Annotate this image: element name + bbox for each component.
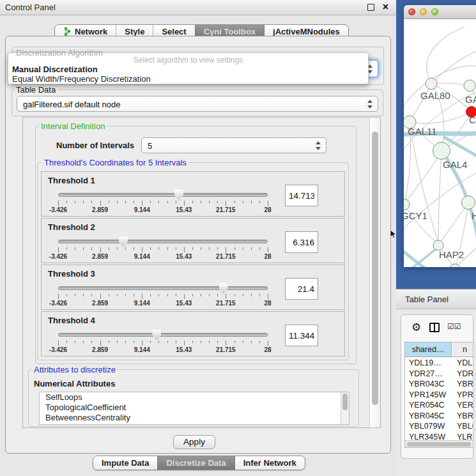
- axis-label: -3.426: [49, 346, 67, 353]
- combo-stepper-icon[interactable]: [316, 141, 321, 150]
- network-canvas[interactable]: GAL80GACGAL11GAL4GCY1HHAP2: [404, 19, 476, 267]
- network-window-titlebar[interactable]: [404, 5, 476, 19]
- threshold-2-slider-handle[interactable]: [119, 236, 128, 247]
- axis-label: 9.144: [134, 253, 150, 260]
- node-label-gcy1: GCY1: [404, 210, 427, 221]
- attribute-item-selfloops[interactable]: SelfLoops: [40, 392, 349, 403]
- table-row[interactable]: YDL19…YDL1: [405, 358, 473, 369]
- cell-shared-name[interactable]: YBR045C: [405, 411, 452, 422]
- threshold-4-slider-handle[interactable]: [152, 330, 161, 341]
- scrollbar-thumb[interactable]: [372, 132, 378, 405]
- table-panel-title: Table Panel: [405, 295, 449, 304]
- table-row[interactable]: YBL079WYBL0: [405, 421, 473, 432]
- interval-definition-title: Interval Definition: [39, 121, 107, 131]
- threshold-1-value-field[interactable]: [285, 185, 318, 206]
- table-row[interactable]: YPR145WYPR1: [405, 390, 473, 401]
- scrollbar-thumb[interactable]: [342, 394, 348, 410]
- axis-label: 9.144: [134, 346, 150, 353]
- column-header-shared-name[interactable]: shared…: [405, 342, 452, 357]
- cell-name[interactable]: YLR3: [452, 432, 473, 441]
- gear-icon[interactable]: ⚙: [411, 321, 421, 334]
- threshold-1-slider-handle[interactable]: [174, 190, 183, 201]
- cell-name[interactable]: YDL1: [452, 358, 473, 369]
- tab-infer-network[interactable]: Infer Network: [234, 456, 305, 470]
- table-row[interactable]: YER054CYER0: [405, 400, 473, 411]
- threshold-1-slider[interactable]: [58, 193, 268, 197]
- slider-ticks: [58, 201, 268, 206]
- minimize-traffic-light-icon[interactable]: [420, 8, 427, 15]
- combo-stepper-icon[interactable]: [367, 100, 373, 109]
- node-ga[interactable]: [464, 80, 475, 91]
- zoom-traffic-light-icon[interactable]: [431, 8, 438, 15]
- algorithm-option-manual-discretization[interactable]: Manual Discretization: [12, 65, 98, 74]
- slider-ticks: [58, 247, 268, 252]
- tab-label: Discretize Data: [166, 456, 226, 470]
- cell-name[interactable]: YDR2: [452, 369, 473, 380]
- attributes-group-title: Attributes to discretize: [32, 365, 118, 374]
- float-window-icon[interactable]: [367, 4, 374, 11]
- axis-label: 2.859: [92, 346, 108, 353]
- split-columns-icon[interactable]: [429, 323, 440, 332]
- axis-label: 28: [264, 253, 271, 260]
- threshold-2-value-field[interactable]: [285, 231, 318, 253]
- numerical-attributes-list[interactable]: SelfLoopsTopologicalCoefficientBetweenne…: [39, 392, 349, 425]
- cell-shared-name[interactable]: YDR27…: [405, 369, 452, 380]
- cell-name[interactable]: YBR0: [452, 379, 473, 390]
- table-row[interactable]: YBR043CYBR0: [405, 379, 473, 390]
- close-traffic-light-icon[interactable]: [408, 8, 415, 15]
- cell-shared-name[interactable]: YBR043C: [405, 379, 452, 390]
- axis-label: -3.426: [49, 300, 67, 307]
- threshold-3-slider-handle[interactable]: [219, 283, 228, 294]
- vertical-scrollbar[interactable]: [369, 118, 380, 427]
- table-row[interactable]: YBR045CYBR0: [405, 411, 473, 422]
- cell-shared-name[interactable]: YBL079W: [405, 421, 452, 432]
- apply-button[interactable]: Apply: [173, 435, 215, 449]
- node-gal4[interactable]: [433, 142, 450, 160]
- threshold-blocks: Threshold 1-3.4262.8599.14415.4321.71528…: [41, 171, 345, 358]
- numerical-attributes-label: Numerical Attributes: [34, 379, 115, 388]
- cell-shared-name[interactable]: YPR145W: [405, 390, 452, 401]
- axis-label: 28: [264, 346, 271, 353]
- table-row[interactable]: YLR345WYLR3: [405, 432, 473, 441]
- close-icon[interactable]: ×: [383, 1, 388, 13]
- scrollbar-thumb[interactable]: [407, 442, 471, 447]
- cell-name[interactable]: YPR1: [452, 390, 473, 401]
- axis-label: 9.144: [134, 300, 150, 307]
- axis-label: 2.859: [92, 300, 108, 307]
- algorithm-option-equal-width-frequency-discretization[interactable]: Equal Width/Frequency Discretization: [12, 74, 151, 84]
- threshold-4-value-field[interactable]: [285, 325, 318, 346]
- column-header-name[interactable]: n: [452, 342, 473, 357]
- threshold-2-label: Threshold 2: [48, 222, 95, 232]
- cell-name[interactable]: YBR0: [452, 411, 473, 422]
- threshold-3-slider[interactable]: [58, 286, 268, 290]
- node-h[interactable]: [462, 196, 475, 210]
- threshold-3-value-field[interactable]: [285, 278, 318, 300]
- attribute-item-topologicalcoefficient[interactable]: TopologicalCoefficient: [40, 403, 349, 413]
- number-of-intervals-combobox[interactable]: 5: [141, 137, 326, 153]
- network-icon: [63, 27, 72, 36]
- horizontal-scrollbar[interactable]: [405, 440, 473, 447]
- node-gal80[interactable]: [426, 78, 437, 89]
- select-columns-checkboxes-icon[interactable]: ☑☑: [447, 322, 461, 331]
- threshold-2-slider[interactable]: [58, 240, 268, 243]
- threshold-3-label: Threshold 3: [48, 269, 95, 279]
- tab-label: Impute Data: [102, 456, 149, 470]
- cell-name[interactable]: YER0: [452, 400, 473, 411]
- attributes-group: Numerical Attributes SelfLoopsTopologica…: [28, 369, 359, 427]
- table-row[interactable]: YDR27…YDR2: [405, 369, 473, 380]
- cell-shared-name[interactable]: YER054C: [405, 400, 452, 411]
- threshold-4-slider[interactable]: [58, 333, 268, 337]
- cell-shared-name[interactable]: YLR345W: [405, 432, 452, 441]
- number-of-intervals-label: Number of Intervals: [56, 141, 134, 150]
- cell-shared-name[interactable]: YDL19…: [405, 358, 452, 369]
- slider-axis-labels: -3.4262.8599.14415.4321.71528: [58, 206, 268, 214]
- table-panel-inner: ⚙ ☑☑ shared… n YDL19…YDL1YDR27…YDR2YBR04…: [401, 314, 473, 459]
- node-gcy1[interactable]: [404, 199, 410, 210]
- attributes-scrollbar[interactable]: [341, 392, 349, 424]
- threshold-4-label: Threshold 4: [48, 316, 95, 325]
- table-data-combobox[interactable]: galFiltered.sif default node: [17, 96, 378, 112]
- tab-impute-data[interactable]: Impute Data: [93, 456, 157, 470]
- tab-discretize-data[interactable]: Discretize Data: [157, 456, 234, 470]
- cell-name[interactable]: YBL0: [452, 421, 473, 432]
- attribute-item-betweennesscentrality[interactable]: BetweennessCentrality: [40, 413, 349, 423]
